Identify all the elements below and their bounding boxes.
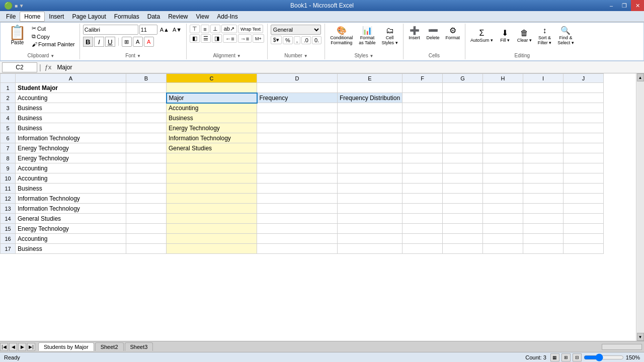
cell-J17[interactable] — [564, 244, 604, 254]
cell-H8[interactable] — [483, 153, 523, 163]
cell-D3[interactable] — [257, 103, 338, 113]
cell-F3[interactable] — [403, 103, 443, 113]
cell-E17[interactable] — [338, 244, 403, 254]
cell-B13[interactable] — [126, 204, 167, 214]
row-header-9[interactable]: 9 — [1, 163, 16, 173]
sheet-tab-sheet3[interactable]: Sheet3 — [125, 342, 153, 351]
cell-E8[interactable] — [338, 153, 403, 163]
cell-H3[interactable] — [483, 103, 523, 113]
italic-button[interactable]: I — [94, 37, 104, 47]
col-header-j[interactable]: J — [564, 74, 604, 83]
cell-J5[interactable] — [564, 123, 604, 133]
cell-F14[interactable] — [403, 214, 443, 224]
cell-C8[interactable] — [167, 153, 257, 163]
window-controls[interactable]: – ❐ ✕ — [605, 0, 644, 11]
cell-A4[interactable]: Business — [16, 113, 126, 123]
zoom-slider[interactable] — [584, 354, 624, 360]
format-button[interactable]: ⚙ Format — [444, 25, 462, 41]
last-sheet-button[interactable]: ▶| — [27, 343, 35, 351]
cell-I8[interactable] — [523, 153, 564, 163]
row-header-8[interactable]: 8 — [1, 153, 16, 163]
cell-J4[interactable] — [564, 113, 604, 123]
row-header-14[interactable]: 14 — [1, 214, 16, 224]
align-left-button[interactable]: ◧ — [190, 34, 200, 43]
menu-insert[interactable]: Insert — [45, 12, 68, 21]
decrease-indent-button[interactable]: ←≡ — [223, 34, 236, 43]
row-header-12[interactable]: 12 — [1, 194, 16, 204]
cell-F1[interactable] — [403, 83, 443, 93]
cell-F4[interactable] — [403, 113, 443, 123]
font-color-button[interactable]: A — [144, 37, 154, 47]
cell-F6[interactable] — [403, 133, 443, 143]
comma-button[interactable]: , — [294, 36, 300, 44]
cell-G6[interactable] — [443, 133, 483, 143]
format-painter-button[interactable]: 🖌 Format Painter — [30, 41, 76, 48]
cell-I4[interactable] — [523, 113, 564, 123]
cell-H1[interactable] — [483, 83, 523, 93]
cell-C7[interactable]: General Studies — [167, 143, 257, 153]
cell-G5[interactable] — [443, 123, 483, 133]
cell-A11[interactable]: Business — [16, 184, 126, 194]
cell-E13[interactable] — [338, 204, 403, 214]
cell-A9[interactable]: Accounting — [16, 163, 126, 173]
align-center-button[interactable]: ☰ — [201, 34, 211, 43]
row-header-11[interactable]: 11 — [1, 184, 16, 194]
percent-button[interactable]: % — [283, 36, 293, 44]
cell-B6[interactable] — [126, 133, 167, 143]
cell-C13[interactable] — [167, 204, 257, 214]
first-sheet-button[interactable]: |◀ — [0, 343, 8, 351]
cell-B1[interactable] — [126, 83, 167, 93]
cell-C15[interactable] — [167, 224, 257, 234]
cell-H7[interactable] — [483, 143, 523, 153]
row-header-16[interactable]: 16 — [1, 234, 16, 244]
menu-view[interactable]: View — [192, 12, 213, 21]
cell-J1[interactable] — [564, 83, 604, 93]
cell-styles-button[interactable]: 🗂 CellStyles ▾ — [380, 25, 400, 46]
cell-I15[interactable] — [523, 224, 564, 234]
fill-color-button[interactable]: A — [133, 37, 143, 47]
cell-D12[interactable] — [257, 194, 338, 204]
cell-D7[interactable] — [257, 143, 338, 153]
cell-A17[interactable]: Business — [16, 244, 126, 254]
decrease-decimal-button[interactable]: 0. — [312, 36, 321, 44]
cell-I7[interactable] — [523, 143, 564, 153]
col-header-b[interactable]: B — [126, 74, 167, 83]
cell-reference-box[interactable] — [2, 62, 37, 72]
row-header-4[interactable]: 4 — [1, 113, 16, 123]
align-top-button[interactable]: ⊤ — [190, 25, 200, 33]
cell-I11[interactable] — [523, 184, 564, 194]
cell-E15[interactable] — [338, 224, 403, 234]
cell-A7[interactable]: Energy Technology — [16, 143, 126, 153]
borders-button[interactable]: ⊞ — [122, 37, 132, 47]
cell-G1[interactable] — [443, 83, 483, 93]
cell-B15[interactable] — [126, 224, 167, 234]
col-header-i[interactable]: I — [523, 74, 564, 83]
cell-D10[interactable] — [257, 173, 338, 184]
cell-J15[interactable] — [564, 224, 604, 234]
cell-G3[interactable] — [443, 103, 483, 113]
cell-F10[interactable] — [403, 173, 443, 184]
col-header-d[interactable]: D — [257, 74, 338, 83]
merge-center-button[interactable]: M+ — [253, 34, 264, 43]
cell-E14[interactable] — [338, 214, 403, 224]
cell-G4[interactable] — [443, 113, 483, 123]
cell-B4[interactable] — [126, 113, 167, 123]
cell-D13[interactable] — [257, 204, 338, 214]
cell-J9[interactable] — [564, 163, 604, 173]
cell-G11[interactable] — [443, 184, 483, 194]
cell-H6[interactable] — [483, 133, 523, 143]
increase-font-button[interactable]: A▲ — [158, 26, 171, 33]
cell-C1[interactable] — [167, 83, 257, 93]
currency-button[interactable]: $▾ — [271, 36, 282, 44]
clear-button[interactable]: 🗑 Clear ▾ — [515, 28, 534, 44]
cell-B17[interactable] — [126, 244, 167, 254]
cell-F2[interactable] — [403, 93, 443, 103]
cell-H14[interactable] — [483, 214, 523, 224]
menu-file[interactable]: File — [2, 12, 20, 21]
cell-H15[interactable] — [483, 224, 523, 234]
align-bottom-button[interactable]: ⊥ — [210, 25, 220, 33]
cell-I17[interactable] — [523, 244, 564, 254]
cell-J7[interactable] — [564, 143, 604, 153]
cell-F13[interactable] — [403, 204, 443, 214]
align-right-button[interactable]: ◨ — [212, 34, 222, 43]
